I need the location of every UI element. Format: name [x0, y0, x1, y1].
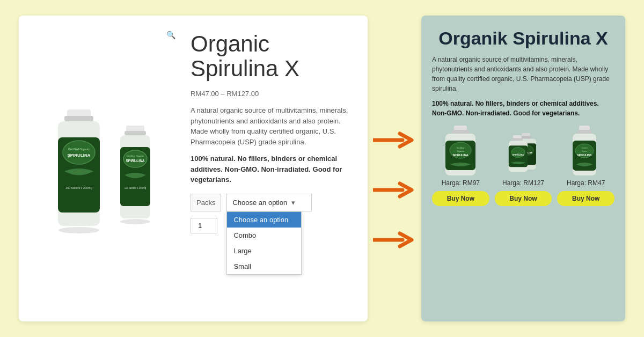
svg-text:SPIRULINA: SPIRULINA — [67, 153, 90, 158]
dropdown-item-small[interactable]: Small — [227, 259, 301, 274]
select-container: Choose an option Choose an option Combo … — [226, 194, 312, 211]
main-container: 🔍 Certified Organic SPIRULINA — [11, 10, 633, 327]
right-panel-title: Organik Spirulina X — [432, 28, 614, 48]
svg-text:Certified: Certified — [581, 147, 588, 149]
product-bottle-2: SPIRULINA Certified SPIRULINA — [502, 126, 545, 179]
svg-text:SPIRULINA: SPIRULINA — [513, 154, 524, 157]
svg-rect-10 — [125, 131, 146, 135]
select-value: Choose an option — [232, 199, 287, 207]
product-card-2: SPIRULINA Certified SPIRULINA Harga: — [495, 126, 552, 206]
svg-rect-19 — [452, 130, 469, 134]
svg-text:Certified: Certified — [457, 147, 464, 149]
arrow-1 — [373, 130, 416, 150]
select-button[interactable]: Choose an option — [226, 194, 312, 211]
packs-row: Packs Choose an option Choose an option … — [191, 194, 357, 211]
svg-text:SPIRULINA: SPIRULINA — [453, 153, 469, 157]
product-bottle-1: Certified Organic SPIRULINA — [439, 126, 482, 179]
product-highlights: 100% natural. No fillers, binders or che… — [191, 153, 357, 185]
buy-button-2[interactable]: Buy Now — [495, 191, 552, 206]
price-label-1: Harga: RM97 — [442, 179, 480, 187]
right-description: A natural organic source of multivitamin… — [432, 55, 614, 93]
dropdown-item-choose[interactable]: Choose an option — [227, 212, 301, 228]
magnify-icon[interactable]: 🔍 — [166, 31, 175, 39]
arrow-3 — [373, 230, 416, 250]
product-card-1: Certified Organic SPIRULINA Harga: RM97 … — [432, 126, 489, 206]
products-grid: Certified Organic SPIRULINA Harga: RM97 … — [432, 126, 614, 206]
price-label-3: Harga: RM47 — [567, 179, 605, 187]
svg-rect-1 — [64, 116, 93, 121]
svg-text:Organic: Organic — [581, 150, 587, 152]
dropdown-menu: Choose an option Combo Large Small — [226, 211, 302, 275]
product-bottles-image: Certified Organic SPIRULINA 300 tablets … — [38, 93, 172, 244]
svg-rect-40 — [577, 130, 591, 134]
product-card-3: Certified Organic SPIRULINA Harga: RM47 … — [557, 126, 614, 206]
quantity-input[interactable] — [191, 218, 217, 233]
svg-text:SPIRULINA: SPIRULINA — [126, 159, 144, 163]
svg-text:Certified Organic: Certified Organic — [68, 148, 90, 151]
packs-label: Packs — [191, 194, 221, 211]
product-title: Organic Spirulina X — [191, 32, 357, 81]
right-panel: Organik Spirulina X A natural organic so… — [421, 16, 625, 321]
dropdown-item-combo[interactable]: Combo — [227, 228, 301, 243]
price-range: RM47.00 – RM127.00 — [191, 90, 357, 98]
product-image-area: 🔍 Certified Organic SPIRULINA — [30, 26, 180, 311]
buy-button-1[interactable]: Buy Now — [432, 191, 489, 206]
arrow-2 — [373, 180, 416, 200]
product-description: A natural organic source of multivitamin… — [191, 105, 357, 147]
product-bottle-3: Certified Organic SPIRULINA — [565, 126, 608, 179]
svg-text:SPIRULINA: SPIRULINA — [577, 153, 591, 157]
svg-point-8 — [58, 227, 99, 233]
svg-text:Certified Organic: Certified Organic — [127, 155, 144, 157]
svg-text:300 tablets x 200mg: 300 tablets x 200mg — [65, 186, 92, 189]
svg-rect-33 — [511, 138, 523, 141]
left-panel: 🔍 Certified Organic SPIRULINA — [19, 16, 368, 321]
svg-text:130 tablets x 200mg: 130 tablets x 200mg — [125, 187, 147, 189]
dropdown-item-large[interactable]: Large — [227, 243, 301, 259]
right-highlights: 100% natural. No fillers, binders or che… — [432, 99, 614, 118]
price-label-2: Harga: RM127 — [502, 179, 544, 187]
svg-point-17 — [120, 219, 150, 224]
svg-point-4 — [63, 141, 95, 164]
product-info: Organic Spirulina X RM47.00 – RM127.00 A… — [180, 26, 357, 311]
svg-text:Organic: Organic — [457, 150, 464, 152]
buy-button-3[interactable]: Buy Now — [557, 191, 614, 206]
arrows-container — [368, 115, 421, 265]
